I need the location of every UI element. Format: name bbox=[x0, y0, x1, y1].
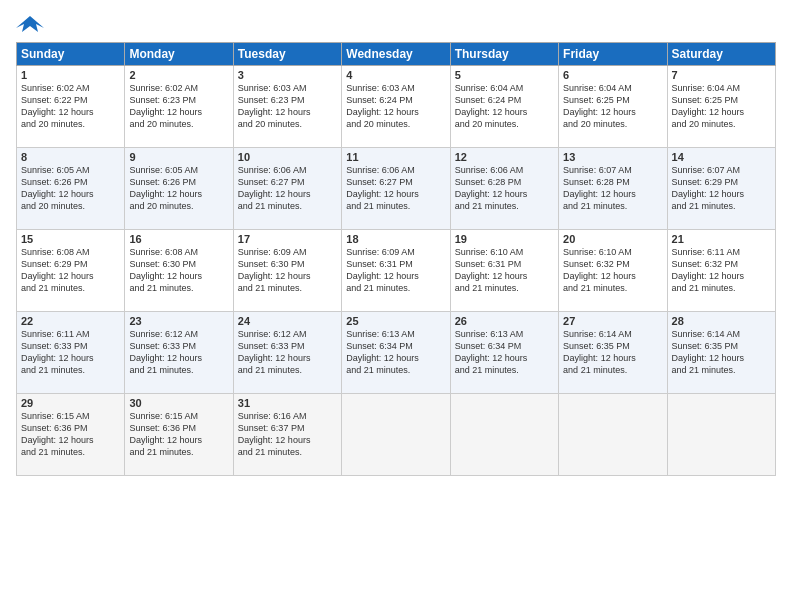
day-info: Sunrise: 6:06 AM Sunset: 6:27 PM Dayligh… bbox=[346, 164, 445, 213]
calendar-cell: 15Sunrise: 6:08 AM Sunset: 6:29 PM Dayli… bbox=[17, 230, 125, 312]
day-info: Sunrise: 6:09 AM Sunset: 6:31 PM Dayligh… bbox=[346, 246, 445, 295]
logo bbox=[16, 12, 48, 36]
day-number: 29 bbox=[21, 397, 120, 409]
day-number: 4 bbox=[346, 69, 445, 81]
calendar-cell: 18Sunrise: 6:09 AM Sunset: 6:31 PM Dayli… bbox=[342, 230, 450, 312]
day-info: Sunrise: 6:03 AM Sunset: 6:24 PM Dayligh… bbox=[346, 82, 445, 131]
calendar-cell: 5Sunrise: 6:04 AM Sunset: 6:24 PM Daylig… bbox=[450, 66, 558, 148]
day-info: Sunrise: 6:04 AM Sunset: 6:25 PM Dayligh… bbox=[672, 82, 771, 131]
calendar-week-row: 1Sunrise: 6:02 AM Sunset: 6:22 PM Daylig… bbox=[17, 66, 776, 148]
day-number: 27 bbox=[563, 315, 662, 327]
calendar-cell: 29Sunrise: 6:15 AM Sunset: 6:36 PM Dayli… bbox=[17, 394, 125, 476]
day-number: 22 bbox=[21, 315, 120, 327]
calendar-cell: 24Sunrise: 6:12 AM Sunset: 6:33 PM Dayli… bbox=[233, 312, 341, 394]
calendar-cell: 23Sunrise: 6:12 AM Sunset: 6:33 PM Dayli… bbox=[125, 312, 233, 394]
calendar-cell: 4Sunrise: 6:03 AM Sunset: 6:24 PM Daylig… bbox=[342, 66, 450, 148]
day-number: 6 bbox=[563, 69, 662, 81]
day-number: 15 bbox=[21, 233, 120, 245]
calendar-header-tuesday: Tuesday bbox=[233, 43, 341, 66]
calendar-cell: 16Sunrise: 6:08 AM Sunset: 6:30 PM Dayli… bbox=[125, 230, 233, 312]
calendar-cell: 7Sunrise: 6:04 AM Sunset: 6:25 PM Daylig… bbox=[667, 66, 775, 148]
calendar-cell: 13Sunrise: 6:07 AM Sunset: 6:28 PM Dayli… bbox=[559, 148, 667, 230]
calendar-header-sunday: Sunday bbox=[17, 43, 125, 66]
calendar-cell: 31Sunrise: 6:16 AM Sunset: 6:37 PM Dayli… bbox=[233, 394, 341, 476]
page: SundayMondayTuesdayWednesdayThursdayFrid… bbox=[0, 0, 792, 612]
calendar-header-monday: Monday bbox=[125, 43, 233, 66]
calendar-header-thursday: Thursday bbox=[450, 43, 558, 66]
calendar-cell: 14Sunrise: 6:07 AM Sunset: 6:29 PM Dayli… bbox=[667, 148, 775, 230]
day-info: Sunrise: 6:12 AM Sunset: 6:33 PM Dayligh… bbox=[238, 328, 337, 377]
day-number: 26 bbox=[455, 315, 554, 327]
calendar-cell bbox=[450, 394, 558, 476]
day-number: 16 bbox=[129, 233, 228, 245]
day-number: 11 bbox=[346, 151, 445, 163]
day-number: 1 bbox=[21, 69, 120, 81]
day-number: 21 bbox=[672, 233, 771, 245]
day-info: Sunrise: 6:14 AM Sunset: 6:35 PM Dayligh… bbox=[672, 328, 771, 377]
calendar-cell: 1Sunrise: 6:02 AM Sunset: 6:22 PM Daylig… bbox=[17, 66, 125, 148]
calendar-week-row: 29Sunrise: 6:15 AM Sunset: 6:36 PM Dayli… bbox=[17, 394, 776, 476]
day-info: Sunrise: 6:08 AM Sunset: 6:29 PM Dayligh… bbox=[21, 246, 120, 295]
calendar-cell: 28Sunrise: 6:14 AM Sunset: 6:35 PM Dayli… bbox=[667, 312, 775, 394]
day-info: Sunrise: 6:03 AM Sunset: 6:23 PM Dayligh… bbox=[238, 82, 337, 131]
day-info: Sunrise: 6:02 AM Sunset: 6:23 PM Dayligh… bbox=[129, 82, 228, 131]
day-info: Sunrise: 6:10 AM Sunset: 6:31 PM Dayligh… bbox=[455, 246, 554, 295]
day-number: 28 bbox=[672, 315, 771, 327]
day-info: Sunrise: 6:08 AM Sunset: 6:30 PM Dayligh… bbox=[129, 246, 228, 295]
calendar-cell: 19Sunrise: 6:10 AM Sunset: 6:31 PM Dayli… bbox=[450, 230, 558, 312]
calendar-cell: 11Sunrise: 6:06 AM Sunset: 6:27 PM Dayli… bbox=[342, 148, 450, 230]
calendar-cell: 22Sunrise: 6:11 AM Sunset: 6:33 PM Dayli… bbox=[17, 312, 125, 394]
calendar-cell: 25Sunrise: 6:13 AM Sunset: 6:34 PM Dayli… bbox=[342, 312, 450, 394]
calendar-cell: 8Sunrise: 6:05 AM Sunset: 6:26 PM Daylig… bbox=[17, 148, 125, 230]
calendar-header-wednesday: Wednesday bbox=[342, 43, 450, 66]
day-info: Sunrise: 6:15 AM Sunset: 6:36 PM Dayligh… bbox=[21, 410, 120, 459]
calendar-cell: 6Sunrise: 6:04 AM Sunset: 6:25 PM Daylig… bbox=[559, 66, 667, 148]
calendar-cell bbox=[559, 394, 667, 476]
day-number: 8 bbox=[21, 151, 120, 163]
day-info: Sunrise: 6:15 AM Sunset: 6:36 PM Dayligh… bbox=[129, 410, 228, 459]
day-number: 5 bbox=[455, 69, 554, 81]
calendar-header-row: SundayMondayTuesdayWednesdayThursdayFrid… bbox=[17, 43, 776, 66]
calendar-week-row: 22Sunrise: 6:11 AM Sunset: 6:33 PM Dayli… bbox=[17, 312, 776, 394]
day-info: Sunrise: 6:13 AM Sunset: 6:34 PM Dayligh… bbox=[455, 328, 554, 377]
day-info: Sunrise: 6:11 AM Sunset: 6:32 PM Dayligh… bbox=[672, 246, 771, 295]
day-info: Sunrise: 6:14 AM Sunset: 6:35 PM Dayligh… bbox=[563, 328, 662, 377]
day-number: 24 bbox=[238, 315, 337, 327]
day-number: 19 bbox=[455, 233, 554, 245]
day-info: Sunrise: 6:11 AM Sunset: 6:33 PM Dayligh… bbox=[21, 328, 120, 377]
logo-icon bbox=[16, 12, 44, 36]
day-number: 14 bbox=[672, 151, 771, 163]
calendar-cell bbox=[667, 394, 775, 476]
day-number: 10 bbox=[238, 151, 337, 163]
header bbox=[16, 12, 776, 36]
calendar-cell: 26Sunrise: 6:13 AM Sunset: 6:34 PM Dayli… bbox=[450, 312, 558, 394]
day-info: Sunrise: 6:12 AM Sunset: 6:33 PM Dayligh… bbox=[129, 328, 228, 377]
svg-marker-0 bbox=[16, 16, 44, 32]
day-number: 30 bbox=[129, 397, 228, 409]
day-number: 2 bbox=[129, 69, 228, 81]
calendar-cell: 2Sunrise: 6:02 AM Sunset: 6:23 PM Daylig… bbox=[125, 66, 233, 148]
calendar-week-row: 8Sunrise: 6:05 AM Sunset: 6:26 PM Daylig… bbox=[17, 148, 776, 230]
calendar-cell: 9Sunrise: 6:05 AM Sunset: 6:26 PM Daylig… bbox=[125, 148, 233, 230]
day-number: 9 bbox=[129, 151, 228, 163]
day-number: 20 bbox=[563, 233, 662, 245]
day-number: 3 bbox=[238, 69, 337, 81]
calendar-cell: 17Sunrise: 6:09 AM Sunset: 6:30 PM Dayli… bbox=[233, 230, 341, 312]
day-info: Sunrise: 6:02 AM Sunset: 6:22 PM Dayligh… bbox=[21, 82, 120, 131]
calendar-cell: 27Sunrise: 6:14 AM Sunset: 6:35 PM Dayli… bbox=[559, 312, 667, 394]
day-info: Sunrise: 6:04 AM Sunset: 6:24 PM Dayligh… bbox=[455, 82, 554, 131]
day-number: 18 bbox=[346, 233, 445, 245]
day-number: 25 bbox=[346, 315, 445, 327]
day-number: 7 bbox=[672, 69, 771, 81]
calendar-week-row: 15Sunrise: 6:08 AM Sunset: 6:29 PM Dayli… bbox=[17, 230, 776, 312]
day-number: 23 bbox=[129, 315, 228, 327]
calendar-cell: 3Sunrise: 6:03 AM Sunset: 6:23 PM Daylig… bbox=[233, 66, 341, 148]
day-info: Sunrise: 6:06 AM Sunset: 6:27 PM Dayligh… bbox=[238, 164, 337, 213]
day-info: Sunrise: 6:05 AM Sunset: 6:26 PM Dayligh… bbox=[21, 164, 120, 213]
calendar-cell bbox=[342, 394, 450, 476]
day-number: 13 bbox=[563, 151, 662, 163]
day-info: Sunrise: 6:16 AM Sunset: 6:37 PM Dayligh… bbox=[238, 410, 337, 459]
calendar-cell: 12Sunrise: 6:06 AM Sunset: 6:28 PM Dayli… bbox=[450, 148, 558, 230]
calendar-cell: 21Sunrise: 6:11 AM Sunset: 6:32 PM Dayli… bbox=[667, 230, 775, 312]
calendar-cell: 30Sunrise: 6:15 AM Sunset: 6:36 PM Dayli… bbox=[125, 394, 233, 476]
